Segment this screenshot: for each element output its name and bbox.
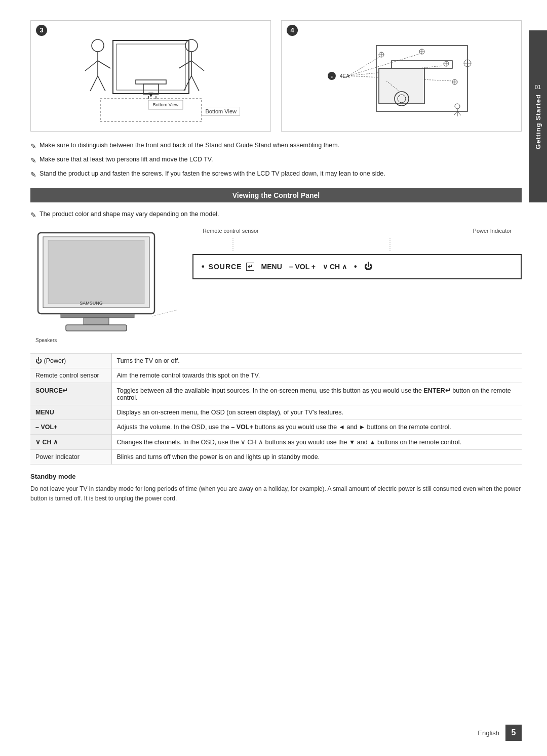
svg-rect-19 — [136, 80, 166, 84]
table-key-menu: MENU — [30, 405, 111, 420]
product-note: ✎ The product color and shape may vary d… — [30, 209, 522, 221]
svg-marker-21 — [148, 93, 153, 97]
note-item-2: ✎ Make sure that at least two persons li… — [30, 155, 522, 166]
tab-title: Getting Started — [534, 94, 542, 149]
table-val-ch: Changes the channels. In the OSD, use th… — [111, 435, 522, 450]
ch-btn: ∨ CH ∧ — [323, 263, 347, 271]
note-text-1: Make sure to distinguish between the fro… — [40, 141, 339, 152]
svg-rect-43 — [379, 68, 424, 104]
note-text-3: Stand the product up and fasten the scre… — [40, 169, 385, 180]
diagrams-row: 3 — [30, 20, 522, 132]
side-tab: 01 Getting Started — [529, 30, 547, 202]
table-key-vol: – VOL+ — [30, 420, 111, 435]
svg-text:c: c — [331, 74, 333, 79]
control-panel-area: SAMSUNG Speakers Remote control sensor P… — [30, 228, 522, 343]
table-row: ⏻ (Power) Turns the TV on or off. — [30, 354, 522, 368]
table-row: Remote control sensor Aim the remote con… — [30, 368, 522, 383]
svg-line-11 — [191, 76, 199, 91]
svg-line-5 — [98, 76, 105, 91]
sensor-lines — [192, 237, 522, 252]
table-key-power: ⏻ (Power) — [30, 354, 111, 368]
footer: English 5 — [478, 725, 522, 741]
table-val-sensor: Aim the remote control towards this spot… — [111, 368, 522, 383]
svg-line-9 — [191, 61, 204, 71]
svg-line-2 — [85, 61, 98, 71]
footer-page-number: 5 — [505, 725, 522, 741]
table-val-indicator: Blinks and turns off when the power is o… — [111, 450, 522, 465]
section-header: Viewing the Control Panel — [30, 188, 522, 202]
speakers-label: Speakers — [30, 338, 182, 343]
source-btn: SOURCE — [209, 263, 242, 271]
table-row: MENU Displays an on-screen menu, the OSD… — [30, 405, 522, 420]
step4-diagram: 4 c 4EA — [281, 20, 522, 132]
bottom-view-label: Bottom View — [202, 107, 240, 116]
power-btn: ⏻ — [364, 262, 372, 271]
bullet-dot: • — [202, 262, 205, 271]
footer-language: English — [478, 729, 499, 737]
svg-line-4 — [90, 76, 98, 91]
svg-rect-30 — [392, 61, 452, 68]
table-row: Power Indicator Blinks and turns off whe… — [30, 450, 522, 465]
source-icon: ↵ — [246, 263, 254, 271]
step4-label: 4 — [287, 25, 298, 36]
svg-rect-58 — [61, 314, 134, 318]
table-val-vol: Adjusts the volume. In the OSD, use the … — [111, 420, 522, 435]
sensor-left-label: Remote control sensor — [203, 228, 259, 234]
svg-line-61 — [152, 309, 177, 316]
svg-rect-60 — [66, 325, 127, 331]
svg-line-53 — [457, 111, 461, 115]
sensor-labels: Remote control sensor Power Indicator — [192, 228, 522, 234]
table-row: ∨ CH ∧ Changes the channels. In the OSD,… — [30, 435, 522, 450]
note-icon-2: ✎ — [30, 155, 36, 166]
feature-table: ⏻ (Power) Turns the TV on or off. Remote… — [30, 353, 522, 465]
table-row: SOURCE↵ Toggles between all the availabl… — [30, 383, 522, 405]
svg-text:4EA: 4EA — [340, 73, 349, 79]
main-content: 3 — [30, 20, 522, 736]
svg-text:SAMSUNG: SAMSUNG — [80, 301, 103, 306]
svg-point-50 — [455, 104, 460, 109]
svg-rect-12 — [113, 40, 189, 94]
svg-rect-56 — [48, 240, 144, 304]
tab-number: 01 — [535, 84, 541, 90]
menu-btn: MENU — [261, 263, 282, 271]
sensor-right-label: Power Indicator — [473, 228, 512, 234]
note-text-2: Make sure that at least two persons lift… — [40, 155, 213, 166]
table-row: – VOL+ Adjusts the volume. In the OSD, u… — [30, 420, 522, 435]
table-key-indicator: Power Indicator — [30, 450, 111, 465]
standby-heading: Standby mode — [30, 473, 522, 480]
note-item-1: ✎ Make sure to distinguish between the f… — [30, 141, 522, 152]
svg-rect-13 — [116, 44, 185, 90]
product-note-text: The product color and shape may vary dep… — [40, 209, 219, 221]
tv-diagram: SAMSUNG Speakers — [30, 228, 182, 343]
note-item-3: ✎ Stand the product up and fasten the sc… — [30, 169, 522, 180]
step4-svg: c 4EA — [321, 25, 483, 127]
step3-label: 3 — [36, 25, 47, 36]
product-note-icon: ✎ — [30, 210, 36, 221]
step3-diagram: 3 — [30, 20, 271, 132]
control-panel-right: Remote control sensor Power Indicator • … — [192, 228, 522, 279]
standby-text: Do not leave your TV in standby mode for… — [30, 484, 522, 503]
svg-line-52 — [454, 111, 457, 115]
svg-line-3 — [98, 61, 110, 68]
tv-diagram-svg: SAMSUNG — [30, 228, 177, 334]
svg-text:Bottom View: Bottom View — [152, 102, 178, 107]
notes-section: ✎ Make sure to distinguish between the f… — [30, 141, 522, 180]
table-val-source: Toggles between all the available input … — [111, 383, 522, 405]
svg-rect-59 — [84, 318, 109, 325]
vol-btn: – VOL + — [289, 263, 316, 271]
table-key-sensor: Remote control sensor — [30, 368, 111, 383]
note-icon-1: ✎ — [30, 141, 36, 152]
table-val-menu: Displays an on-screen menu, the OSD (on … — [111, 405, 522, 420]
table-key-ch: ∨ CH ∧ — [30, 435, 111, 450]
svg-line-10 — [184, 76, 191, 91]
dot-btn: • — [354, 262, 357, 271]
svg-point-6 — [185, 39, 198, 52]
table-key-source: SOURCE↵ — [30, 383, 111, 405]
control-bar: • SOURCE ↵ MENU – VOL + ∨ CH ∧ • ⏻ — [192, 254, 522, 279]
svg-point-0 — [92, 39, 104, 52]
note-icon-3: ✎ — [30, 170, 36, 180]
table-val-power: Turns the TV on or off. — [111, 354, 522, 368]
